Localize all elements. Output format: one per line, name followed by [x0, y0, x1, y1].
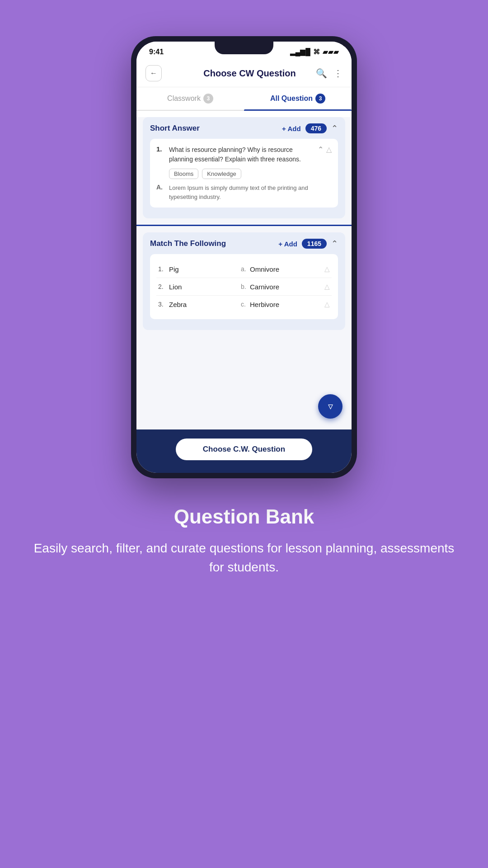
tag-knowledge[interactable]: Knowledge — [202, 169, 241, 179]
tab-all-question-badge: 3 — [315, 94, 325, 104]
question-item-1: 1. What is resource planning? Why is res… — [150, 139, 338, 208]
tags-row-1: Blooms Knowledge — [169, 169, 332, 179]
answer-label-1: A. — [156, 184, 165, 191]
question-alert-icon-1: △ — [326, 145, 332, 154]
short-answer-title: Short Answer — [150, 124, 277, 133]
short-answer-collapse-button[interactable]: ⌃ — [331, 123, 338, 133]
match-letter-a: a. — [241, 265, 250, 273]
promo-title: Question Bank — [27, 505, 461, 528]
header-title: Choose CW Question — [167, 68, 332, 79]
promo-section: Question Bank Easily search, filter, and… — [0, 505, 488, 577]
section-divider — [136, 225, 352, 226]
promo-description: Easily search, filter, and curate questi… — [27, 539, 461, 577]
choose-cw-question-button[interactable]: Choose C.W. Question — [176, 439, 312, 460]
content-area: Short Answer + Add 476 ⌃ 1. What is reso… — [136, 117, 352, 429]
status-icons: ▂▄▆█ ⌘ ▰▰▰ — [290, 48, 339, 56]
match-items-container: 1. Pig a. Omnivore △ 2. Lion b. Carnivor… — [150, 254, 338, 319]
tabs-bar: Classwork 3 All Question 3 — [136, 87, 352, 111]
more-options-icon[interactable]: ⋮ — [333, 68, 343, 79]
match-alert-2: △ — [324, 283, 330, 291]
match-following-section: Match The Following + Add 1165 ⌃ 1. Pig … — [143, 232, 345, 330]
bottom-bar: Choose C.W. Question — [136, 429, 352, 473]
match-num-1: 1. — [158, 265, 169, 273]
header-actions: 🔍 ⋮ — [316, 68, 343, 79]
match-letter-c: c. — [241, 301, 250, 308]
tag-blooms[interactable]: Blooms — [169, 169, 198, 179]
match-item-1: 1. Pig a. Omnivore △ — [156, 260, 332, 278]
short-answer-count: 476 — [305, 123, 327, 133]
question-row-1: 1. What is resource planning? Why is res… — [156, 145, 332, 164]
match-following-title: Match The Following — [150, 239, 274, 248]
status-time: 9:41 — [149, 48, 164, 56]
back-button[interactable]: ← — [145, 65, 162, 81]
match-letter-b: b. — [241, 283, 250, 290]
tab-classwork[interactable]: Classwork 3 — [136, 87, 244, 110]
match-alert-3: △ — [324, 300, 330, 308]
match-right-2: Carnivore — [250, 283, 322, 291]
tab-classwork-label: Classwork — [167, 94, 201, 103]
add-match-button[interactable]: + Add — [278, 240, 297, 248]
app-header: ← Choose CW Question 🔍 ⋮ — [136, 60, 352, 87]
match-alert-1: △ — [324, 265, 330, 273]
answer-row-1: A. Lorem Ipsum is simply dummy text of t… — [156, 184, 332, 201]
match-left-3: Zebra — [169, 301, 241, 308]
match-count: 1165 — [302, 239, 327, 249]
match-left-1: Pig — [169, 265, 241, 273]
match-num-3: 3. — [158, 301, 169, 308]
short-answer-section: Short Answer + Add 476 ⌃ 1. What is reso… — [143, 117, 345, 218]
match-right-3: Herbivore — [250, 301, 322, 308]
tab-all-question-label: All Question — [270, 94, 313, 103]
add-short-answer-button[interactable]: + Add — [282, 125, 301, 132]
filter-fab[interactable]: ▿ — [318, 394, 343, 419]
battery-icon: ▰▰▰ — [323, 48, 339, 56]
phone-screen: 9:41 ▂▄▆█ ⌘ ▰▰▰ ← Choose CW Question 🔍 ⋮… — [136, 42, 352, 473]
question-icons-1: ⌃ △ — [318, 145, 332, 154]
tab-classwork-badge: 3 — [203, 94, 213, 104]
back-icon: ← — [150, 69, 157, 77]
match-left-2: Lion — [169, 283, 241, 291]
match-collapse-button[interactable]: ⌃ — [331, 239, 338, 249]
question-text-1: What is resource planning? Why is resour… — [169, 145, 311, 164]
section-header-match: Match The Following + Add 1165 ⌃ — [150, 239, 338, 249]
match-num-2: 2. — [158, 283, 169, 290]
wifi-icon: ⌘ — [313, 48, 320, 56]
filter-icon: ▿ — [328, 401, 333, 412]
tab-all-question[interactable]: All Question 3 — [244, 87, 352, 110]
signal-icon: ▂▄▆█ — [290, 48, 310, 56]
search-icon[interactable]: 🔍 — [316, 68, 327, 79]
question-number-1: 1. — [156, 145, 165, 153]
answer-text-1: Lorem Ipsum is simply dummy text of the … — [169, 184, 332, 201]
section-header-short-answer: Short Answer + Add 476 ⌃ — [150, 123, 338, 133]
phone-notch — [215, 42, 273, 54]
match-item-2: 2. Lion b. Carnivore △ — [156, 278, 332, 296]
match-item-3: 3. Zebra c. Herbivore △ — [156, 296, 332, 313]
question-expand-icon-1[interactable]: ⌃ — [318, 145, 324, 154]
phone-frame: 9:41 ▂▄▆█ ⌘ ▰▰▰ ← Choose CW Question 🔍 ⋮… — [131, 36, 357, 478]
match-right-1: Omnivore — [250, 265, 322, 273]
